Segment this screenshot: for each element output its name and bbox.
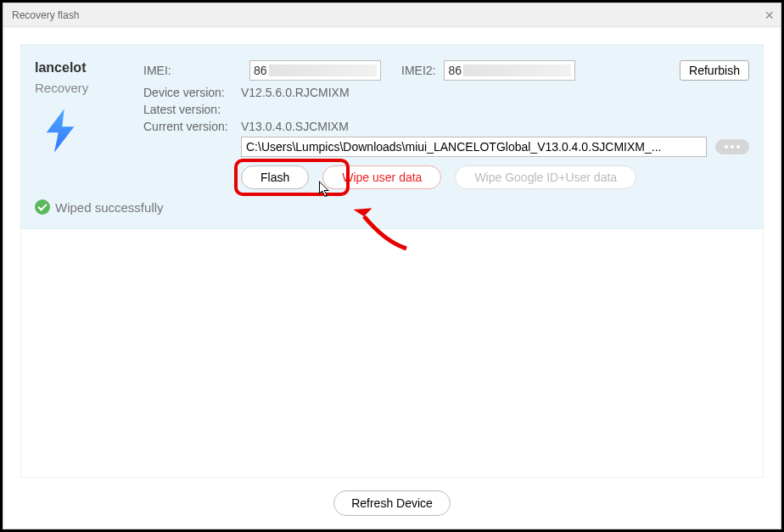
wipe-google-id-button[interactable]: Wipe Google ID+User data <box>455 165 636 189</box>
titlebar: Recovery flash × <box>3 3 781 27</box>
empty-list-area <box>20 229 764 478</box>
imei-label: IMEI: <box>143 64 241 77</box>
imei1-field[interactable]: 86 <box>249 60 381 81</box>
imei2-prefix: 86 <box>448 64 462 77</box>
bolt-icon <box>36 107 84 154</box>
current-version-value: V13.0.4.0.SJCMIXM <box>241 120 349 133</box>
device-info: IMEI: 86 IMEI2: 86 Refurbish <box>143 60 749 189</box>
device-mode: Recovery <box>35 81 128 95</box>
firmware-path-field[interactable]: C:\Users\Lumpics\Downloads\miui_LANCELOT… <box>241 137 707 157</box>
refurbish-button[interactable]: Refurbish <box>680 60 749 81</box>
status-message: Wiped successfully <box>55 200 164 215</box>
svg-marker-0 <box>47 109 75 152</box>
check-icon <box>35 199 50 215</box>
latest-version-label: Latest version: <box>143 103 241 116</box>
device-name: lancelot <box>35 60 128 76</box>
close-icon[interactable]: × <box>764 8 774 23</box>
imei1-prefix: 86 <box>254 64 267 77</box>
refresh-device-button[interactable]: Refresh Device <box>333 490 451 516</box>
status-row: Wiped successfully <box>35 199 749 215</box>
action-row: Flash Wipe user data Wipe Google ID+User… <box>241 165 749 189</box>
device-panel: lancelot Recovery IMEI: <box>20 44 764 229</box>
current-version-label: Current version: <box>143 120 241 133</box>
flash-button[interactable]: Flash <box>241 165 309 189</box>
device-version-value: V12.5.6.0.RJCMIXM <box>241 86 350 99</box>
device-version-label: Device version: <box>143 86 241 99</box>
bottom-bar: Refresh Device <box>20 478 764 529</box>
imei1-redacted <box>269 64 377 76</box>
imei2-label: IMEI2: <box>401 64 435 77</box>
device-left-column: lancelot Recovery <box>35 60 128 189</box>
browse-button[interactable] <box>715 139 749 154</box>
firmware-path-text: C:\Users\Lumpics\Downloads\miui_LANCELOT… <box>246 140 661 154</box>
wipe-user-data-button[interactable]: Wipe user data <box>322 165 441 189</box>
window-title: Recovery flash <box>12 9 764 21</box>
imei2-redacted <box>463 64 571 76</box>
recovery-flash-window: Recovery flash × lancelot Recovery <box>3 3 781 529</box>
content-area: lancelot Recovery IMEI: <box>3 27 781 529</box>
imei2-field[interactable]: 86 <box>444 60 575 81</box>
